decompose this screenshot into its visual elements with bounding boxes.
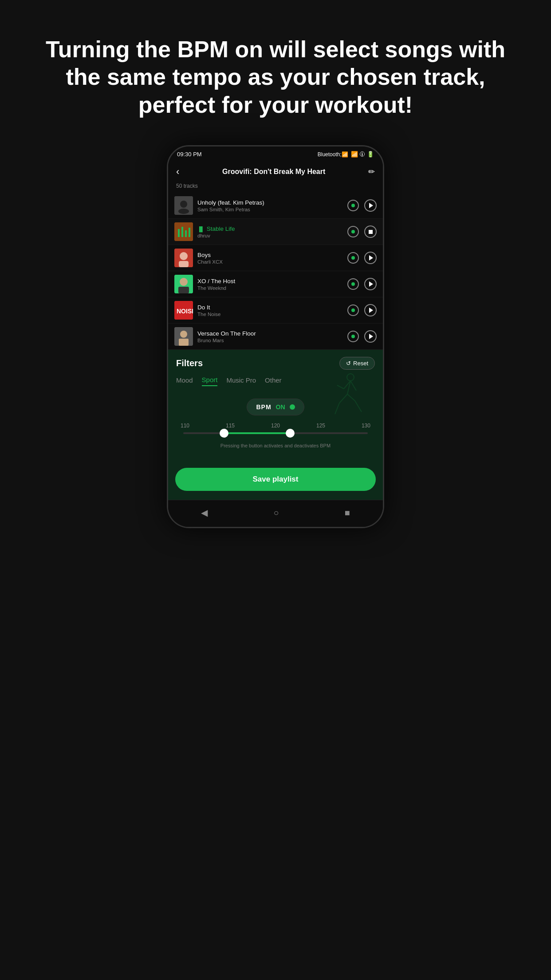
bluetooth-icon: Bluetooth;📶 [318, 151, 348, 158]
spotify-button[interactable] [347, 200, 359, 211]
track-actions [347, 225, 377, 238]
tab-sport[interactable]: Sport [202, 376, 218, 386]
svg-rect-10 [179, 261, 189, 267]
save-playlist-button[interactable]: Save playlist [175, 468, 376, 491]
svg-rect-4 [178, 229, 180, 237]
bpm-hint: Pressing the button activates and deacti… [220, 443, 331, 448]
track-thumbnail [174, 196, 193, 215]
spotify-button[interactable] [347, 252, 359, 264]
track-row: XO / The Host The Weeknd [168, 271, 383, 297]
track-artist: The Weeknd [197, 285, 343, 291]
tab-music-pro[interactable]: Music Pro [226, 376, 256, 386]
track-thumbnail [174, 327, 193, 346]
track-row: NOISE Do It The Noise [168, 297, 383, 324]
spotify-button[interactable] [347, 331, 359, 342]
svg-rect-13 [178, 287, 189, 293]
track-artist: Bruno Mars [197, 338, 343, 343]
track-thumbnail [174, 275, 193, 293]
track-name: Boys [197, 252, 343, 258]
track-info: Do It The Noise [197, 304, 343, 317]
save-button-area: Save playlist [168, 463, 383, 500]
svg-rect-18 [179, 339, 189, 346]
svg-rect-5 [181, 227, 183, 237]
stop-button[interactable] [364, 225, 377, 238]
back-nav-button[interactable]: ◀ [201, 507, 208, 518]
track-row: Unholy (feat. Kim Petras) Sam Smith, Kim… [168, 193, 383, 219]
track-count: 50 tracks [168, 182, 383, 193]
track-thumbnail: NOISE [174, 301, 193, 320]
track-name: Do It [197, 304, 343, 311]
svg-line-22 [335, 403, 339, 414]
track-row: Versace On The Floor Bruno Mars [168, 324, 383, 350]
bpm-slider-area: 110 115 120 125 130 [176, 423, 375, 434]
reset-label: Reset [353, 360, 368, 367]
svg-rect-6 [185, 230, 187, 237]
svg-point-2 [178, 209, 189, 214]
svg-point-9 [180, 252, 188, 260]
svg-text:NOISE: NOISE [177, 308, 193, 315]
bpm-tick-120: 120 [271, 423, 280, 429]
bpm-tick-130: 130 [362, 423, 370, 429]
track-name: ▐▌ Stable Life [197, 225, 343, 232]
track-artist: dhruv [197, 233, 343, 238]
track-info: Boys Charli XCX [197, 252, 343, 265]
status-time: 09:30 PM [177, 151, 202, 158]
slider-thumb-left[interactable] [220, 429, 228, 438]
status-icons: 📶 🛈 🔋 [351, 151, 374, 158]
back-button[interactable]: ‹ [176, 166, 179, 178]
top-nav: ‹ Groovifi: Don't Break My Heart ✏ [168, 160, 383, 182]
track-artist: Sam Smith, Kim Petras [197, 207, 343, 212]
slider-labels: 110 115 120 125 130 [181, 423, 370, 429]
track-row: Boys Charli XCX [168, 245, 383, 271]
tab-other[interactable]: Other [265, 376, 282, 386]
track-artist: The Noise [197, 312, 343, 317]
track-thumbnail [174, 249, 193, 267]
track-actions [347, 304, 377, 316]
reset-button[interactable]: ↺ Reset [339, 357, 375, 370]
track-list: Unholy (feat. Kim Petras) Sam Smith, Kim… [168, 193, 383, 350]
spotify-button[interactable] [347, 304, 359, 316]
edit-button[interactable]: ✏ [368, 167, 375, 177]
svg-point-12 [180, 278, 188, 286]
svg-line-24 [355, 401, 362, 412]
svg-line-21 [339, 394, 347, 403]
spotify-button[interactable] [347, 278, 359, 290]
track-name: XO / The Host [197, 278, 343, 285]
track-name: Versace On The Floor [197, 330, 343, 337]
bpm-slider-track[interactable] [183, 432, 368, 434]
tab-mood[interactable]: Mood [176, 376, 193, 386]
track-row: ▐▌ Stable Life dhruv [168, 219, 383, 245]
nav-title: Groovifi: Don't Break My Heart [179, 168, 368, 176]
track-actions [347, 278, 377, 290]
reset-icon: ↺ [346, 360, 351, 367]
bpm-tick-110: 110 [181, 423, 189, 429]
app-screen: ‹ Groovifi: Don't Break My Heart ✏ 50 tr… [168, 160, 383, 527]
track-actions [347, 252, 377, 264]
track-artist: Charli XCX [197, 259, 343, 265]
bpm-toggle[interactable]: BPM ON [247, 399, 304, 415]
track-info: Unholy (feat. Kim Petras) Sam Smith, Kim… [197, 199, 343, 212]
track-info: Versace On The Floor Bruno Mars [197, 330, 343, 343]
track-actions [347, 330, 377, 343]
play-button[interactable] [364, 252, 377, 264]
bpm-label: BPM [256, 403, 271, 411]
track-actions [347, 199, 377, 212]
track-info: XO / The Host The Weeknd [197, 278, 343, 291]
filters-section: Filters ↺ Reset Mood Sport Music Pro Oth… [168, 350, 383, 463]
bpm-area: BPM ON 110 115 120 125 130 [176, 394, 375, 456]
recents-nav-button[interactable]: ■ [345, 508, 350, 518]
bpm-tick-115: 115 [226, 423, 235, 429]
play-button[interactable] [364, 278, 377, 290]
play-button[interactable] [364, 199, 377, 212]
slider-fill [224, 432, 291, 434]
header-description: Turning the BPM on will select songs wit… [0, 0, 551, 145]
bpm-indicator [290, 404, 295, 410]
slider-thumb-right[interactable] [286, 429, 295, 438]
play-button[interactable] [364, 330, 377, 343]
filters-title: Filters [176, 358, 203, 368]
svg-point-1 [180, 201, 187, 208]
spotify-button[interactable] [347, 226, 359, 237]
track-info: ▐▌ Stable Life dhruv [197, 225, 343, 238]
home-nav-button[interactable]: ○ [273, 508, 279, 518]
play-button[interactable] [364, 304, 377, 316]
